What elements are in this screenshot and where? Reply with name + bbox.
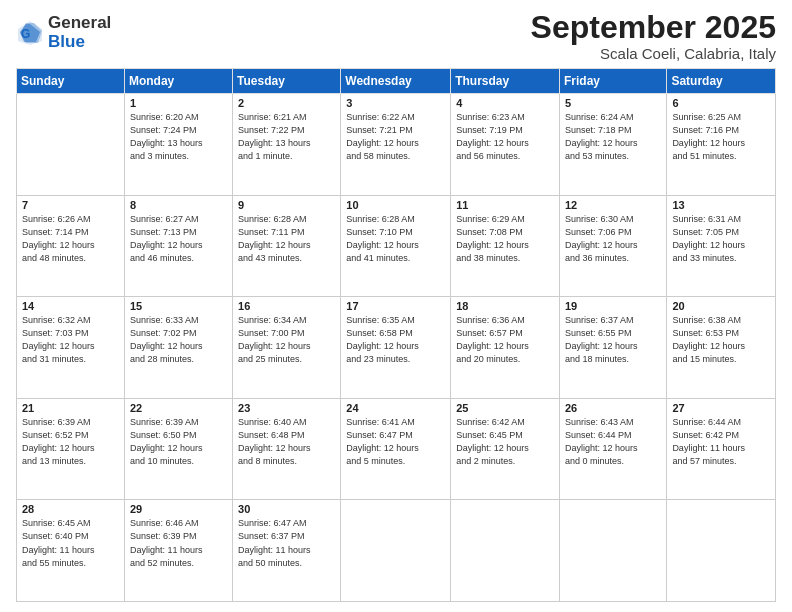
day-number: 9: [238, 199, 335, 211]
day-cell: 25Sunrise: 6:42 AM Sunset: 6:45 PM Dayli…: [451, 398, 560, 500]
day-info: Sunrise: 6:20 AM Sunset: 7:24 PM Dayligh…: [130, 111, 227, 163]
day-cell: 10Sunrise: 6:28 AM Sunset: 7:10 PM Dayli…: [341, 195, 451, 297]
day-info: Sunrise: 6:33 AM Sunset: 7:02 PM Dayligh…: [130, 314, 227, 366]
col-saturday: Saturday: [667, 69, 776, 94]
day-number: 25: [456, 402, 554, 414]
day-info: Sunrise: 6:24 AM Sunset: 7:18 PM Dayligh…: [565, 111, 661, 163]
day-cell: 2Sunrise: 6:21 AM Sunset: 7:22 PM Daylig…: [233, 94, 341, 196]
day-info: Sunrise: 6:21 AM Sunset: 7:22 PM Dayligh…: [238, 111, 335, 163]
day-info: Sunrise: 6:37 AM Sunset: 6:55 PM Dayligh…: [565, 314, 661, 366]
day-cell: [341, 500, 451, 602]
day-info: Sunrise: 6:29 AM Sunset: 7:08 PM Dayligh…: [456, 213, 554, 265]
day-info: Sunrise: 6:25 AM Sunset: 7:16 PM Dayligh…: [672, 111, 770, 163]
day-info: Sunrise: 6:43 AM Sunset: 6:44 PM Dayligh…: [565, 416, 661, 468]
day-info: Sunrise: 6:31 AM Sunset: 7:05 PM Dayligh…: [672, 213, 770, 265]
week-row-5: 28Sunrise: 6:45 AM Sunset: 6:40 PM Dayli…: [17, 500, 776, 602]
day-info: Sunrise: 6:39 AM Sunset: 6:52 PM Dayligh…: [22, 416, 119, 468]
logo-text: General Blue: [48, 14, 111, 51]
day-info: Sunrise: 6:34 AM Sunset: 7:00 PM Dayligh…: [238, 314, 335, 366]
header-row: Sunday Monday Tuesday Wednesday Thursday…: [17, 69, 776, 94]
day-cell: 18Sunrise: 6:36 AM Sunset: 6:57 PM Dayli…: [451, 297, 560, 399]
day-cell: 20Sunrise: 6:38 AM Sunset: 6:53 PM Dayli…: [667, 297, 776, 399]
day-cell: 3Sunrise: 6:22 AM Sunset: 7:21 PM Daylig…: [341, 94, 451, 196]
day-number: 3: [346, 97, 445, 109]
day-number: 16: [238, 300, 335, 312]
week-row-2: 7Sunrise: 6:26 AM Sunset: 7:14 PM Daylig…: [17, 195, 776, 297]
day-number: 15: [130, 300, 227, 312]
day-number: 2: [238, 97, 335, 109]
day-info: Sunrise: 6:32 AM Sunset: 7:03 PM Dayligh…: [22, 314, 119, 366]
logo-general: General: [48, 14, 111, 33]
day-info: Sunrise: 6:35 AM Sunset: 6:58 PM Dayligh…: [346, 314, 445, 366]
week-row-1: 1Sunrise: 6:20 AM Sunset: 7:24 PM Daylig…: [17, 94, 776, 196]
day-cell: 14Sunrise: 6:32 AM Sunset: 7:03 PM Dayli…: [17, 297, 125, 399]
day-info: Sunrise: 6:42 AM Sunset: 6:45 PM Dayligh…: [456, 416, 554, 468]
day-number: 22: [130, 402, 227, 414]
day-cell: 28Sunrise: 6:45 AM Sunset: 6:40 PM Dayli…: [17, 500, 125, 602]
day-number: 8: [130, 199, 227, 211]
day-cell: [559, 500, 666, 602]
day-number: 29: [130, 503, 227, 515]
day-cell: 7Sunrise: 6:26 AM Sunset: 7:14 PM Daylig…: [17, 195, 125, 297]
day-number: 10: [346, 199, 445, 211]
day-cell: 5Sunrise: 6:24 AM Sunset: 7:18 PM Daylig…: [559, 94, 666, 196]
col-monday: Monday: [124, 69, 232, 94]
logo: G General Blue: [16, 14, 111, 51]
day-info: Sunrise: 6:40 AM Sunset: 6:48 PM Dayligh…: [238, 416, 335, 468]
calendar: Sunday Monday Tuesday Wednesday Thursday…: [16, 68, 776, 602]
day-info: Sunrise: 6:28 AM Sunset: 7:11 PM Dayligh…: [238, 213, 335, 265]
month-title: September 2025: [531, 10, 776, 45]
day-number: 11: [456, 199, 554, 211]
day-info: Sunrise: 6:30 AM Sunset: 7:06 PM Dayligh…: [565, 213, 661, 265]
col-thursday: Thursday: [451, 69, 560, 94]
day-info: Sunrise: 6:22 AM Sunset: 7:21 PM Dayligh…: [346, 111, 445, 163]
day-number: 23: [238, 402, 335, 414]
page: G General Blue September 2025 Scala Coel…: [0, 0, 792, 612]
day-number: 28: [22, 503, 119, 515]
day-cell: 11Sunrise: 6:29 AM Sunset: 7:08 PM Dayli…: [451, 195, 560, 297]
day-cell: 9Sunrise: 6:28 AM Sunset: 7:11 PM Daylig…: [233, 195, 341, 297]
day-cell: [451, 500, 560, 602]
col-sunday: Sunday: [17, 69, 125, 94]
day-cell: 4Sunrise: 6:23 AM Sunset: 7:19 PM Daylig…: [451, 94, 560, 196]
day-info: Sunrise: 6:36 AM Sunset: 6:57 PM Dayligh…: [456, 314, 554, 366]
col-tuesday: Tuesday: [233, 69, 341, 94]
day-number: 6: [672, 97, 770, 109]
day-cell: [667, 500, 776, 602]
day-number: 14: [22, 300, 119, 312]
day-number: 4: [456, 97, 554, 109]
col-wednesday: Wednesday: [341, 69, 451, 94]
day-number: 7: [22, 199, 119, 211]
header: G General Blue September 2025 Scala Coel…: [16, 10, 776, 62]
logo-icon: G: [16, 19, 44, 47]
day-number: 17: [346, 300, 445, 312]
day-cell: 19Sunrise: 6:37 AM Sunset: 6:55 PM Dayli…: [559, 297, 666, 399]
day-number: 30: [238, 503, 335, 515]
day-cell: 15Sunrise: 6:33 AM Sunset: 7:02 PM Dayli…: [124, 297, 232, 399]
day-cell: 30Sunrise: 6:47 AM Sunset: 6:37 PM Dayli…: [233, 500, 341, 602]
day-cell: 16Sunrise: 6:34 AM Sunset: 7:00 PM Dayli…: [233, 297, 341, 399]
day-info: Sunrise: 6:27 AM Sunset: 7:13 PM Dayligh…: [130, 213, 227, 265]
day-info: Sunrise: 6:47 AM Sunset: 6:37 PM Dayligh…: [238, 517, 335, 569]
day-number: 1: [130, 97, 227, 109]
day-cell: 13Sunrise: 6:31 AM Sunset: 7:05 PM Dayli…: [667, 195, 776, 297]
location: Scala Coeli, Calabria, Italy: [531, 45, 776, 62]
day-number: 26: [565, 402, 661, 414]
day-cell: 1Sunrise: 6:20 AM Sunset: 7:24 PM Daylig…: [124, 94, 232, 196]
day-info: Sunrise: 6:26 AM Sunset: 7:14 PM Dayligh…: [22, 213, 119, 265]
day-number: 24: [346, 402, 445, 414]
week-row-4: 21Sunrise: 6:39 AM Sunset: 6:52 PM Dayli…: [17, 398, 776, 500]
day-cell: 23Sunrise: 6:40 AM Sunset: 6:48 PM Dayli…: [233, 398, 341, 500]
col-friday: Friday: [559, 69, 666, 94]
logo-blue: Blue: [48, 33, 111, 52]
title-block: September 2025 Scala Coeli, Calabria, It…: [531, 10, 776, 62]
day-cell: 22Sunrise: 6:39 AM Sunset: 6:50 PM Dayli…: [124, 398, 232, 500]
day-cell: 21Sunrise: 6:39 AM Sunset: 6:52 PM Dayli…: [17, 398, 125, 500]
day-info: Sunrise: 6:41 AM Sunset: 6:47 PM Dayligh…: [346, 416, 445, 468]
day-info: Sunrise: 6:45 AM Sunset: 6:40 PM Dayligh…: [22, 517, 119, 569]
day-number: 27: [672, 402, 770, 414]
day-cell: 6Sunrise: 6:25 AM Sunset: 7:16 PM Daylig…: [667, 94, 776, 196]
day-cell: [17, 94, 125, 196]
week-row-3: 14Sunrise: 6:32 AM Sunset: 7:03 PM Dayli…: [17, 297, 776, 399]
svg-text:G: G: [21, 27, 30, 41]
